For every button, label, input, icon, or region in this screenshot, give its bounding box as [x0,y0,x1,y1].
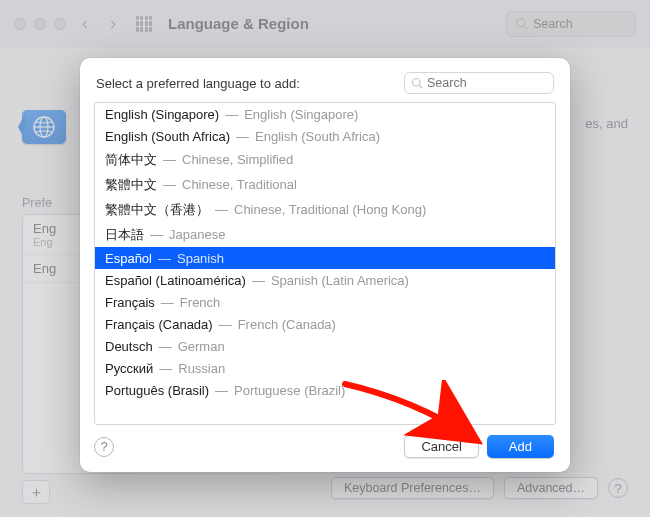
language-english-name: English (South Africa) [255,129,380,144]
language-row[interactable]: 简体中文—Chinese, Simplified [95,147,555,172]
sheet-help-button[interactable]: ? [94,437,114,457]
language-native-name: 日本語 [105,226,144,244]
sheet-search-input[interactable] [427,76,537,90]
language-list: English (Singapore)—English (Singapore)E… [94,102,556,425]
language-english-name: German [178,339,225,354]
language-english-name: Chinese, Traditional [182,177,297,192]
language-native-name: Español (Latinoamérica) [105,273,246,288]
cancel-button[interactable]: Cancel [404,435,478,458]
language-english-name: French [180,295,220,310]
language-row[interactable]: Français—French [95,291,555,313]
language-english-name: Chinese, Simplified [182,152,293,167]
sheet-footer: ? Cancel Add [80,425,570,472]
language-native-name: 繁體中文（香港） [105,201,209,219]
language-english-name: Spanish (Latin America) [271,273,409,288]
language-row[interactable]: Français (Canada)—French (Canada) [95,313,555,335]
separator-dash: — [153,339,178,354]
language-english-name: Japanese [169,227,225,242]
sheet-header: Select a preferred language to add: [80,58,570,102]
separator-dash: — [157,152,182,167]
language-native-name: Français [105,295,155,310]
language-english-name: Russian [178,361,225,376]
language-row[interactable]: Русский—Russian [95,357,555,379]
language-native-name: 繁體中文 [105,176,157,194]
language-row[interactable]: English (South Africa)—English (South Af… [95,125,555,147]
search-icon [411,77,423,89]
language-native-name: Deutsch [105,339,153,354]
separator-dash: — [153,361,178,376]
language-english-name: French (Canada) [238,317,336,332]
separator-dash: — [157,177,182,192]
svg-line-6 [419,85,422,88]
separator-dash: — [209,383,234,398]
language-native-name: 简体中文 [105,151,157,169]
language-english-name: Spanish [177,251,224,266]
language-english-name: English (Singapore) [244,107,358,122]
add-language-sheet: Select a preferred language to add: Engl… [80,58,570,472]
language-native-name: Español [105,251,152,266]
language-row[interactable]: Português (Brasil)—Portuguese (Brazil) [95,379,555,401]
separator-dash: — [230,129,255,144]
language-list-scroll[interactable]: English (Singapore)—English (Singapore)E… [95,103,555,424]
language-native-name: Русский [105,361,153,376]
language-row[interactable]: Español (Latinoamérica)—Spanish (Latin A… [95,269,555,291]
language-native-name: Français (Canada) [105,317,213,332]
language-row[interactable]: 日本語—Japanese [95,222,555,247]
language-row[interactable]: English (Singapore)—English (Singapore) [95,103,555,125]
separator-dash: — [219,107,244,122]
separator-dash: — [213,317,238,332]
language-row[interactable]: 繁體中文（香港）—Chinese, Traditional (Hong Kong… [95,197,555,222]
language-native-name: English (South Africa) [105,129,230,144]
language-native-name: English (Singapore) [105,107,219,122]
sheet-prompt: Select a preferred language to add: [96,76,394,91]
language-english-name: Chinese, Traditional (Hong Kong) [234,202,426,217]
separator-dash: — [152,251,177,266]
svg-point-5 [413,79,421,87]
language-row[interactable]: Español—Spanish [95,247,555,269]
sheet-search-field[interactable] [404,72,554,94]
preferences-window: ‹ › Language & Region es, and Prefe Eng … [0,0,650,517]
language-row[interactable]: 繁體中文—Chinese, Traditional [95,172,555,197]
separator-dash: — [144,227,169,242]
language-english-name: Portuguese (Brazil) [234,383,345,398]
add-button[interactable]: Add [487,435,554,458]
language-row[interactable]: Deutsch—German [95,335,555,357]
separator-dash: — [155,295,180,310]
separator-dash: — [246,273,271,288]
separator-dash: — [209,202,234,217]
language-native-name: Português (Brasil) [105,383,209,398]
